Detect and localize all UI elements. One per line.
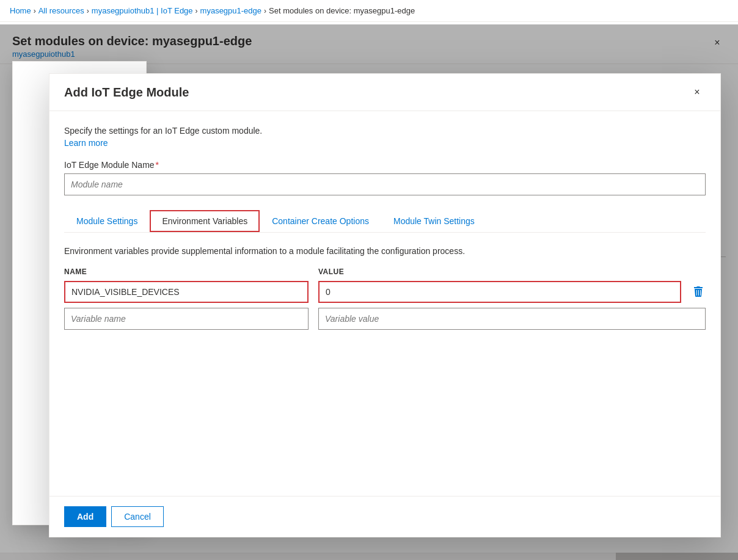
breadcrumb-sep-4: › [264, 7, 266, 15]
breadcrumb-edge-device[interactable]: myasegpu1-edge [200, 6, 261, 15]
module-name-field: IoT Edge Module Name* [64, 160, 706, 195]
env-name-input-1[interactable] [64, 281, 309, 303]
dialog-header: Add IoT Edge Module × [49, 74, 720, 111]
tab-module-settings[interactable]: Module Settings [64, 210, 150, 232]
tab-environment-variables[interactable]: Environment Variables [150, 210, 260, 232]
breadcrumb-sep-1: › [34, 7, 36, 15]
breadcrumb-all-resources[interactable]: All resources [38, 6, 84, 15]
module-name-label: IoT Edge Module Name* [64, 160, 706, 170]
breadcrumb-current: Set modules on device: myasegpu1-edge [269, 6, 415, 15]
add-iot-edge-module-dialog: Add IoT Edge Module × Specify the settin… [49, 73, 721, 537]
table-row [64, 281, 706, 303]
module-name-input[interactable] [64, 173, 706, 195]
dialog-description: Specify the settings for an IoT Edge cus… [64, 126, 706, 136]
breadcrumb-sep-3: › [195, 7, 198, 15]
tab-module-twin-settings[interactable]: Module Twin Settings [381, 210, 487, 232]
breadcrumb-iothub[interactable]: myasegpuiothub1 | IoT Edge [92, 6, 193, 15]
dialog-body: Specify the settings for an IoT Edge cus… [49, 111, 720, 233]
env-name-input-2[interactable] [64, 308, 309, 330]
tabs-container: Module Settings Environment Variables Co… [64, 210, 706, 233]
env-description: Environment variables provide supplement… [64, 245, 706, 258]
cancel-button[interactable]: Cancel [111, 506, 164, 527]
dialog-close-button[interactable]: × [689, 84, 706, 101]
env-value-input-2[interactable] [318, 308, 706, 330]
dialog-title: Add IoT Edge Module [64, 85, 189, 100]
breadcrumb-sep-2: › [87, 7, 89, 15]
breadcrumb-home[interactable]: Home [10, 6, 31, 15]
dialog-footer: Add Cancel [49, 496, 720, 537]
required-star: * [156, 160, 159, 170]
breadcrumb: Home › All resources › myasegpuiothub1 |… [0, 0, 738, 22]
add-button[interactable]: Add [64, 506, 106, 527]
env-value-input-1[interactable] [318, 281, 681, 303]
env-variables-section: Environment variables provide supplement… [49, 233, 720, 347]
col-header-name: NAME [64, 267, 309, 276]
env-table-header: NAME VALUE [64, 267, 706, 276]
tab-container-create-options[interactable]: Container Create Options [260, 210, 381, 232]
col-header-value: VALUE [318, 267, 706, 276]
delete-row-button-1[interactable] [691, 284, 706, 300]
learn-more-link[interactable]: Learn more [64, 138, 108, 148]
table-row [64, 308, 706, 330]
